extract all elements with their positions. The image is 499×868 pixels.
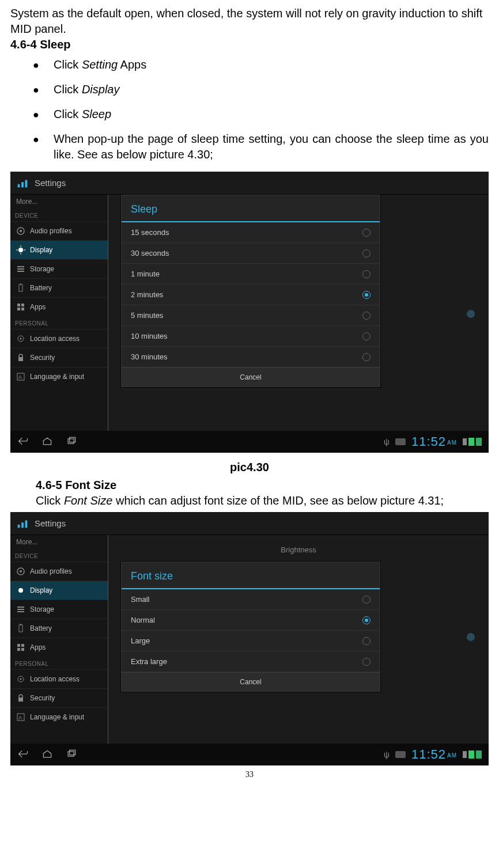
sleep-option[interactable]: 30 seconds [122, 243, 380, 264]
sidebar-category-personal: PERSONAL [10, 316, 108, 329]
sidebar-more[interactable]: More... [10, 535, 108, 549]
recent-icon[interactable] [66, 749, 77, 761]
sidebar-category-personal: PERSONAL [10, 657, 108, 669]
svg-rect-35 [19, 625, 22, 632]
fontsize-option[interactable]: Extra large [122, 651, 380, 672]
fontsize-option[interactable]: Small [122, 589, 380, 610]
radio-icon [362, 270, 371, 278]
sidebar-item-battery[interactable]: Battery [10, 278, 108, 297]
radio-icon [362, 291, 371, 299]
svg-rect-12 [17, 271, 24, 272]
settings-title: Settings [35, 518, 66, 528]
sidebar-item-apps[interactable]: Apps [10, 297, 108, 316]
clock: 11:52AM [411, 434, 457, 449]
svg-rect-10 [17, 266, 24, 267]
screenshot-fontsize: Settings More... DEVICE Audio profiles D… [10, 512, 489, 765]
svg-point-31 [18, 588, 23, 593]
apps-icon [16, 302, 25, 312]
nav-bar: ψ 11:52AM [10, 744, 489, 765]
radio-icon [362, 596, 371, 604]
audio-icon [16, 567, 25, 576]
svg-point-4 [20, 230, 22, 232]
main-panel: Sleep 15 seconds 30 seconds 1 minute 2 m… [108, 195, 489, 431]
intro-paragraph: System as the default open, when closed,… [10, 6, 489, 37]
language-icon: A [16, 712, 25, 722]
settings-icon [15, 176, 30, 191]
location-icon [16, 334, 25, 343]
sidebar-item-security[interactable]: Security [10, 348, 108, 367]
svg-rect-0 [18, 184, 20, 187]
sidebar-item-apps[interactable]: Apps [10, 638, 108, 657]
svg-rect-18 [21, 308, 24, 310]
svg-text:A: A [18, 374, 22, 380]
list-item: Click Display [54, 82, 489, 97]
back-icon[interactable] [17, 436, 29, 448]
sidebar-item-audio[interactable]: Audio profiles [10, 562, 108, 581]
usb-icon: ψ [384, 437, 390, 446]
screenshot-sleep: Settings More... DEVICE Audio profiles D… [10, 172, 489, 453]
svg-rect-2 [25, 180, 28, 187]
back-icon[interactable] [17, 749, 29, 761]
list-item: Click Setting Apps [54, 57, 489, 73]
radio-icon [362, 353, 371, 361]
svg-rect-11 [17, 268, 24, 270]
sleep-option[interactable]: 10 minutes [122, 326, 380, 347]
home-icon[interactable] [41, 749, 53, 761]
svg-rect-38 [21, 644, 24, 647]
settings-sidebar: More... DEVICE Audio profiles Display St… [10, 195, 108, 431]
radio-icon [362, 637, 371, 645]
list-item: When pop-up the page of sleep time setti… [54, 131, 489, 162]
sidebar-item-display[interactable]: Display [10, 581, 108, 600]
radio-icon [362, 229, 371, 237]
signal-icons [463, 438, 482, 446]
sleep-option[interactable]: 5 minutes [122, 305, 380, 326]
figure-caption-1: pic4.30 [10, 461, 489, 474]
radio-icon [362, 658, 371, 666]
sleep-option[interactable]: 15 seconds [122, 222, 380, 243]
sidebar-item-storage[interactable]: Storage [10, 259, 108, 278]
cancel-button[interactable]: Cancel [122, 672, 380, 691]
sidebar-item-language[interactable]: ALanguage & input [10, 367, 108, 386]
svg-rect-13 [19, 285, 22, 291]
list-item: Click Sleep [54, 107, 489, 122]
sidebar-item-audio[interactable]: Audio profiles [10, 221, 108, 240]
recent-icon[interactable] [66, 436, 77, 448]
storage-icon [16, 264, 25, 274]
svg-text:A: A [18, 715, 22, 721]
fontsize-option[interactable]: Normal [122, 610, 380, 631]
usb-icon: ψ [384, 750, 390, 759]
svg-rect-32 [17, 607, 24, 608]
svg-rect-36 [20, 624, 21, 625]
fontsize-option[interactable]: Large [122, 631, 380, 651]
svg-rect-28 [25, 520, 28, 528]
sleep-option[interactable]: 30 minutes [122, 347, 380, 367]
svg-point-30 [20, 570, 22, 573]
sleep-option[interactable]: 2 minutes [122, 285, 380, 305]
svg-point-5 [18, 248, 23, 252]
debug-icon [395, 751, 406, 758]
cancel-button[interactable]: Cancel [122, 367, 380, 386]
sidebar-item-location[interactable]: Location access [10, 669, 108, 688]
sidebar-item-location[interactable]: Location access [10, 329, 108, 348]
svg-rect-26 [18, 524, 20, 528]
signal-icons [463, 751, 482, 759]
sleep-dialog: Sleep 15 seconds 30 seconds 1 minute 2 m… [121, 195, 380, 387]
svg-rect-16 [21, 304, 24, 306]
debug-icon [395, 438, 406, 445]
svg-point-42 [20, 679, 22, 680]
bullet-list-sleep: Click Setting Apps Click Display Click S… [10, 57, 489, 162]
home-icon[interactable] [41, 436, 53, 448]
sleep-option[interactable]: 1 minute [122, 264, 380, 285]
sidebar-item-security[interactable]: Security [10, 688, 108, 707]
sidebar-item-display[interactable]: Display [10, 240, 108, 259]
sidebar-item-storage[interactable]: Storage [10, 600, 108, 619]
svg-rect-27 [21, 522, 24, 528]
svg-rect-47 [70, 750, 75, 755]
sidebar-item-language[interactable]: ALanguage & input [10, 707, 108, 726]
settings-title: Settings [35, 178, 66, 188]
display-icon [16, 245, 25, 255]
fontsize-paragraph: Click Font Size which can adjust font si… [36, 493, 489, 509]
svg-rect-1 [21, 182, 24, 187]
sidebar-item-battery[interactable]: Battery [10, 619, 108, 638]
sidebar-more[interactable]: More... [10, 195, 108, 209]
